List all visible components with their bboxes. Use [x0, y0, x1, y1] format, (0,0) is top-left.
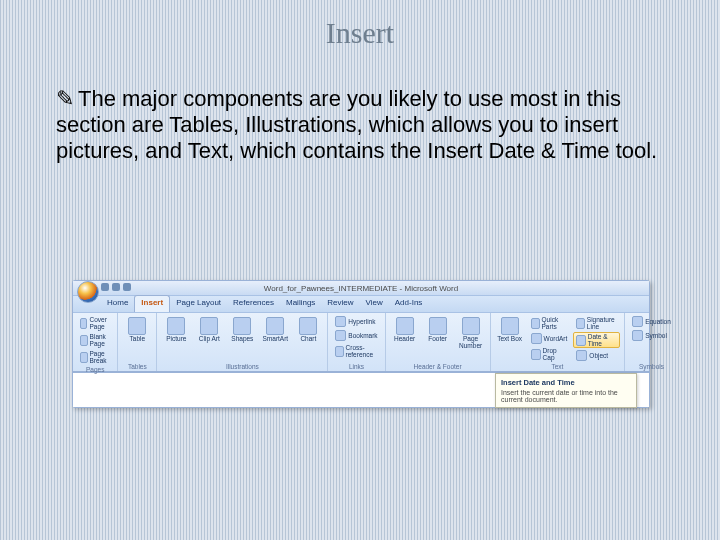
tab-add-ins[interactable]: Add-Ins: [389, 296, 429, 312]
body-paragraph: The major components are you likely to u…: [56, 86, 657, 163]
object-button[interactable]: Object: [573, 349, 620, 362]
quick-access-toolbar[interactable]: [101, 283, 131, 291]
wordart-icon: [531, 333, 542, 344]
qat-undo-icon[interactable]: [112, 283, 120, 291]
group-tables: Table Tables: [118, 313, 157, 371]
date-time-icon: [576, 335, 585, 346]
tooltip-date-time: Insert Date and Time Insert the current …: [495, 373, 637, 408]
slide-body: ✎The major components are you likely to …: [56, 86, 660, 164]
clip-art-icon: [200, 317, 218, 335]
bookmark-icon: [335, 330, 346, 341]
blank-page-icon: [80, 335, 88, 346]
table-icon: [128, 317, 146, 335]
tooltip-body: Insert the current date or time into the…: [501, 389, 631, 403]
drop-cap-button[interactable]: Drop Cap: [528, 346, 571, 362]
symbol-button[interactable]: Symbol: [629, 329, 674, 342]
bookmark-button[interactable]: Bookmark: [332, 329, 380, 342]
group-illustrations: Picture Clip Art Shapes SmartArt Chart I…: [157, 313, 328, 371]
group-caption-headerfooter: Header & Footer: [390, 362, 486, 370]
header-icon: [396, 317, 414, 335]
equation-button[interactable]: Equation: [629, 315, 674, 328]
tooltip-title: Insert Date and Time: [501, 378, 631, 387]
cover-page-icon: [80, 318, 87, 329]
chart-button[interactable]: Chart: [293, 315, 323, 362]
picture-icon: [167, 317, 185, 335]
window-title: Word_for_Pawnees_INTERMEDIATE - Microsof…: [264, 284, 458, 293]
page-number-icon: [462, 317, 480, 335]
chart-icon: [299, 317, 317, 335]
signature-line-icon: [576, 318, 585, 329]
tab-insert[interactable]: Insert: [134, 295, 170, 312]
table-button[interactable]: Table: [122, 315, 152, 362]
group-caption-symbols: Symbols: [629, 362, 674, 370]
page-break-icon: [80, 352, 88, 363]
word-window: Word_for_Pawnees_INTERMEDIATE - Microsof…: [72, 280, 650, 408]
footer-button[interactable]: Footer: [423, 315, 453, 362]
group-text: Text Box Quick Parts WordArt Drop Cap Si…: [491, 313, 626, 371]
office-button-icon[interactable]: [77, 281, 99, 303]
hyperlink-button[interactable]: Hyperlink: [332, 315, 380, 328]
ribbon: Cover Page Blank Page Page Break Pages T…: [73, 313, 649, 372]
swirl-bullet-icon: ✎: [56, 86, 74, 112]
drop-cap-icon: [531, 349, 541, 360]
group-header-footer: Header Footer Page Number Header & Foote…: [386, 313, 491, 371]
page-number-button[interactable]: Page Number: [456, 315, 486, 362]
group-caption-illustrations: Illustrations: [161, 362, 323, 370]
tab-page-layout[interactable]: Page Layout: [170, 296, 227, 312]
tab-home[interactable]: Home: [101, 296, 134, 312]
qat-redo-icon[interactable]: [123, 283, 131, 291]
tab-review[interactable]: Review: [321, 296, 359, 312]
smartart-icon: [266, 317, 284, 335]
text-box-button[interactable]: Text Box: [495, 315, 525, 362]
group-caption-text: Text: [495, 362, 621, 370]
ribbon-tabs: Home Insert Page Layout References Maili…: [73, 295, 649, 313]
group-caption-pages: Pages: [77, 365, 113, 373]
cross-reference-button[interactable]: Cross-reference: [332, 343, 380, 359]
cover-page-button[interactable]: Cover Page: [77, 315, 113, 331]
equation-icon: [632, 316, 643, 327]
window-titlebar: Word_for_Pawnees_INTERMEDIATE - Microsof…: [73, 281, 649, 295]
hyperlink-icon: [335, 316, 346, 327]
group-links: Hyperlink Bookmark Cross-reference Links: [328, 313, 385, 371]
group-symbols: Equation Symbol Symbols: [625, 313, 678, 371]
smartart-button[interactable]: SmartArt: [260, 315, 290, 362]
header-button[interactable]: Header: [390, 315, 420, 362]
shapes-button[interactable]: Shapes: [227, 315, 257, 362]
shapes-icon: [233, 317, 251, 335]
cross-ref-icon: [335, 346, 343, 357]
signature-line-button[interactable]: Signature Line: [573, 315, 620, 331]
group-caption-links: Links: [332, 362, 380, 370]
clip-art-button[interactable]: Clip Art: [194, 315, 224, 362]
footer-icon: [429, 317, 447, 335]
group-caption-tables: Tables: [122, 362, 152, 370]
date-time-button[interactable]: Date & Time: [573, 332, 620, 348]
object-icon: [576, 350, 587, 361]
slide-title: Insert: [0, 0, 720, 50]
blank-page-button[interactable]: Blank Page: [77, 332, 113, 348]
quick-parts-icon: [531, 318, 540, 329]
text-box-icon: [501, 317, 519, 335]
tab-references[interactable]: References: [227, 296, 280, 312]
page-break-button[interactable]: Page Break: [77, 349, 113, 365]
tab-view[interactable]: View: [360, 296, 389, 312]
wordart-button[interactable]: WordArt: [528, 332, 571, 345]
picture-button[interactable]: Picture: [161, 315, 191, 362]
qat-save-icon[interactable]: [101, 283, 109, 291]
group-pages: Cover Page Blank Page Page Break Pages: [73, 313, 118, 371]
slide: Insert ✎The major components are you lik…: [0, 0, 720, 540]
quick-parts-button[interactable]: Quick Parts: [528, 315, 571, 331]
symbol-icon: [632, 330, 643, 341]
tab-mailings[interactable]: Mailings: [280, 296, 321, 312]
